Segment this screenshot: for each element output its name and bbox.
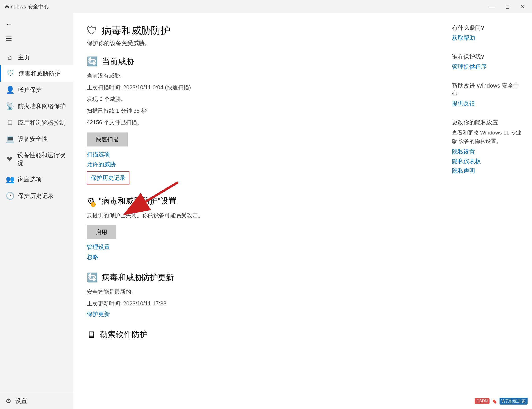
window: Windows 安全中心 — □ ✕ ← ☰ ⌂ 主页 🛡 病毒和威胁防护 (0, 0, 532, 409)
home-icon: ⌂ (6, 53, 14, 61)
sidebar-top-controls: ← ☰ (0, 16, 73, 49)
page-header-icon: 🛡 (87, 24, 97, 37)
updates-title: 病毒和威胁防护更新 (102, 272, 174, 283)
back-button[interactable]: ← (4, 18, 14, 30)
sidebar-item-label: 家庭选项 (18, 175, 42, 183)
updates-section: 🔄 病毒和威胁防护更新 安全智能是最新的。 上次更新时间: 2023/10/11… (87, 272, 434, 318)
privacy-title: 更改你的隐私设置 (452, 119, 523, 126)
manage-settings-link[interactable]: 管理设置 (87, 243, 434, 251)
ransomware-icon: 🖥 (87, 330, 96, 340)
titlebar-controls: — □ ✕ (487, 2, 528, 11)
who-protects-title: 谁在保护我? (452, 53, 523, 61)
history-icon: 🕐 (6, 192, 14, 200)
main-content: 🛡 病毒和威胁防护 保护你的设备免受威胁。 🔄 当前威胁 当前没有威胁。 上次扫… (73, 13, 447, 409)
current-threats-header: 🔄 当前威胁 (87, 56, 434, 67)
threats-refresh-icon: 🔄 (87, 56, 98, 67)
protection-history-link[interactable]: 保护历史记录 (91, 174, 125, 182)
settings-warning-text: 云提供的保护已关闭。你的设备可能易受攻击。 (87, 211, 434, 220)
sidebar-item-label: 保护历史记录 (18, 192, 54, 200)
get-help-link[interactable]: 获取帮助 (452, 34, 523, 42)
device-sec-icon: 💻 (6, 135, 14, 143)
sidebar-item-family[interactable]: 👥 家庭选项 (0, 171, 73, 188)
allowed-threats-link[interactable]: 允许的威胁 (87, 160, 434, 168)
sidebar-item-label: 应用和浏览器控制 (18, 119, 66, 127)
privacy-settings-link[interactable]: 隐私设置 (452, 148, 523, 156)
up-to-date-text: 安全智能是最新的。 (87, 287, 434, 297)
duration-text: 扫描已持续 1 分钟 35 秒 (87, 106, 434, 116)
firewall-icon: 📡 (6, 102, 14, 111)
improve-title: 帮助改进 Windows 安全中心 (452, 82, 523, 97)
settings-title: "病毒和威胁防护"设置 (99, 195, 177, 206)
privacy-section: 更改你的隐私设置 查看和更改 Windows 11 专业版 设备的隐私设置。 隐… (452, 119, 523, 175)
shield-icon: 🛡 (7, 69, 15, 78)
settings-section: ⚙ ! "病毒和威胁防护"设置 云提供的保护已关闭。你的设备可能易受攻击。 启用… (87, 195, 434, 261)
sidebar-item-settings[interactable]: ⚙ 设置 (0, 393, 73, 409)
menu-button[interactable]: ☰ (4, 32, 14, 45)
manage-provider-link[interactable]: 管理提供程序 (452, 63, 523, 71)
sidebar-item-label: 设备性能和运行状况 (17, 151, 68, 167)
who-protects-section: 谁在保护我? 管理提供程序 (452, 53, 523, 71)
ransomware-title: 勒索软件防护 (100, 329, 148, 340)
page-header: 🛡 病毒和威胁防护 (87, 24, 434, 37)
page-subtitle: 保护你的设备免受威胁。 (87, 39, 434, 47)
sidebar-item-label: 帐户保护 (18, 86, 42, 94)
account-icon: 👤 (6, 86, 14, 94)
health-icon: ❤ (6, 155, 13, 163)
last-update-text: 上次更新时间: 2023/10/11 17:33 (87, 299, 434, 308)
maximize-button[interactable]: □ (504, 2, 512, 11)
help-section: 有什么疑问? 获取帮助 (452, 24, 523, 42)
app-body: ← ☰ ⌂ 主页 🛡 病毒和威胁防护 👤 帐户保护 📡 防火墙和 (0, 13, 532, 409)
sidebar-item-home[interactable]: ⌂ 主页 (0, 49, 73, 65)
found-text: 发现 0 个威胁。 (87, 94, 434, 104)
protection-updates-link[interactable]: 保护更新 (87, 310, 434, 318)
sidebar-item-devicesec[interactable]: 💻 设备安全性 (0, 131, 73, 147)
app-icon: 🖥 (6, 119, 14, 127)
main-with-right: 🛡 病毒和威胁防护 保护你的设备免受威胁。 🔄 当前威胁 当前没有威胁。 上次扫… (73, 13, 532, 409)
files-text: 42156 个文件已扫描。 (87, 118, 434, 127)
close-button[interactable]: ✕ (518, 2, 528, 11)
family-icon: 👥 (6, 175, 14, 184)
right-panel: 有什么疑问? 获取帮助 谁在保护我? 管理提供程序 帮助改进 Windows 安… (447, 13, 532, 409)
current-threats-section: 🔄 当前威胁 当前没有威胁。 上次扫描时间: 2023/10/11 0:04 (… (87, 56, 434, 185)
sidebar-item-label: 设备安全性 (18, 135, 48, 143)
updates-header: 🔄 病毒和威胁防护更新 (87, 272, 434, 283)
page-title: 病毒和威胁防护 (102, 24, 170, 37)
scan-options-link[interactable]: 扫描选项 (87, 150, 434, 158)
minimize-button[interactable]: — (487, 2, 497, 11)
watermark: CSDN 🔖 W7系统之家 (475, 398, 528, 405)
settings-section-icon: ⚙ ! (87, 196, 95, 206)
sidebar-item-history[interactable]: 🕐 保护历史记录 (0, 188, 73, 204)
watermark-separator: 🔖 (492, 399, 497, 404)
sidebar-item-appcontrol[interactable]: 🖥 应用和浏览器控制 (0, 114, 73, 131)
threats-title: 当前威胁 (102, 56, 134, 67)
last-scan-text: 上次扫描时间: 2023/10/11 0:04 (快速扫描) (87, 83, 434, 92)
sidebar-item-label: 病毒和威胁防护 (19, 70, 61, 78)
ransomware-header: 🖥 勒索软件防护 (87, 329, 434, 340)
settings-header: ⚙ ! "病毒和威胁防护"设置 (87, 195, 434, 206)
sidebar-item-account[interactable]: 👤 帐户保护 (0, 82, 73, 98)
enable-button[interactable]: 启用 (87, 225, 116, 239)
no-threat-text: 当前没有威胁。 (87, 71, 434, 81)
sidebar-items: ⌂ 主页 🛡 病毒和威胁防护 👤 帐户保护 📡 防火墙和网络保护 🖥 (0, 49, 73, 393)
sidebar-item-label: 防火墙和网络保护 (18, 102, 66, 110)
help-title: 有什么疑问? (452, 24, 523, 32)
warning-badge: ! (91, 202, 96, 207)
sidebar-item-virus[interactable]: 🛡 病毒和威胁防护 (0, 65, 73, 82)
privacy-desc: 查看和更改 Windows 11 专业版 设备的隐私设置。 (452, 129, 523, 146)
sidebar-item-devicehealth[interactable]: ❤ 设备性能和运行状况 (0, 147, 73, 171)
privacy-statement-link[interactable]: 隐私声明 (452, 167, 523, 175)
sidebar: ← ☰ ⌂ 主页 🛡 病毒和威胁防护 👤 帐户保护 📡 防火墙和 (0, 13, 73, 409)
sidebar-item-firewall[interactable]: 📡 防火墙和网络保护 (0, 98, 73, 114)
w7-badge: W7系统之家 (500, 398, 528, 405)
window-title: Windows 安全中心 (4, 3, 49, 10)
quick-scan-button[interactable]: 快速扫描 (87, 132, 128, 147)
privacy-dashboard-link[interactable]: 隐私仪表板 (452, 157, 523, 165)
updates-icon: 🔄 (87, 272, 98, 283)
improve-section: 帮助改进 Windows 安全中心 提供反馈 (452, 82, 523, 107)
ignore-link[interactable]: 忽略 (87, 253, 434, 261)
settings-label: 设置 (15, 397, 27, 405)
ransomware-section: 🖥 勒索软件防护 (87, 329, 434, 340)
csdn-badge: CSDN (475, 398, 490, 404)
feedback-link[interactable]: 提供反馈 (452, 100, 523, 107)
settings-icon: ⚙ (6, 398, 11, 405)
